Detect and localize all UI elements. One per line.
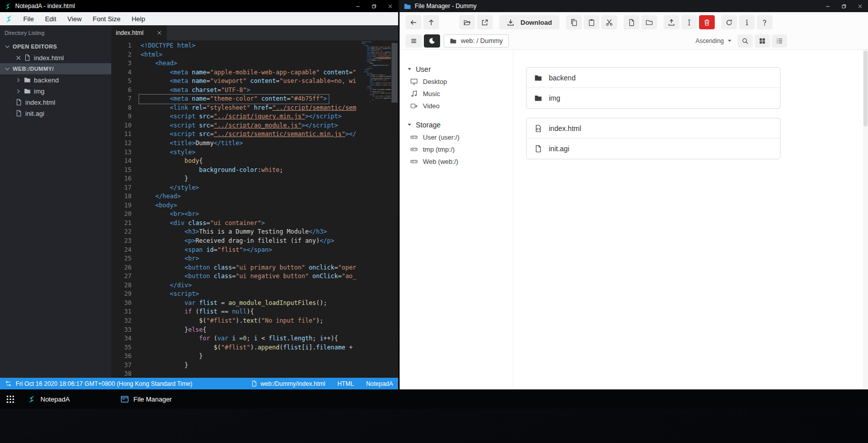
code-line[interactable]: 38 (111, 370, 360, 378)
sidebar-item-user-user[interactable]: User (user:/) (400, 131, 513, 143)
code-line[interactable]: 9 <script src="../script/jquery.min.js">… (111, 112, 360, 121)
paste-button[interactable] (584, 15, 599, 29)
scrollbar-thumb[interactable] (392, 43, 398, 103)
code-line[interactable]: 8 <link rel="stylesheet" href="../script… (111, 104, 360, 113)
code-line[interactable]: 21 <div class="ui container"> (111, 219, 360, 228)
minimize-button[interactable] (819, 0, 836, 12)
code-line[interactable]: 5 <meta name="viewport" content="user-sc… (111, 77, 360, 86)
upload-button[interactable] (664, 15, 679, 29)
tree-section-open-editors[interactable]: OPEN EDITORS (0, 41, 111, 52)
tree-item-index-html[interactable]: index.html (0, 97, 111, 108)
rename-button[interactable] (681, 15, 697, 29)
sort-dropdown[interactable]: Ascending (696, 37, 732, 45)
code-line[interactable]: 20 <br><br> (111, 210, 360, 219)
new-file-button[interactable] (624, 15, 639, 29)
code-line[interactable]: 7 <meta name="theme-color" content="#4b7… (111, 95, 360, 104)
new-folder-button[interactable] (641, 15, 657, 29)
menu-edit[interactable]: Edit (39, 12, 62, 25)
code-line[interactable]: 15 background-color:white; (111, 166, 360, 175)
app-launcher-button[interactable] (0, 389, 20, 409)
code-line[interactable]: 3 <head> (111, 59, 360, 68)
copy-button[interactable] (566, 15, 582, 29)
sidebar-item-desktop[interactable]: Desktop (400, 75, 513, 87)
tree-item-index-html[interactable]: index.html (0, 52, 111, 63)
code-line[interactable]: 16 } (111, 174, 360, 184)
code-line[interactable]: 6 <meta charset="UTF-8"> (111, 86, 360, 95)
filemanager-scrollbar[interactable] (863, 50, 868, 389)
theme-toggle-button[interactable] (424, 34, 440, 48)
code-line[interactable]: 26 <button class="ui primary button" onc… (111, 263, 360, 273)
code-line[interactable]: 34 for (var i =0; i < flist.length; i++)… (111, 334, 360, 343)
editor-scrollbar[interactable] (391, 40, 398, 378)
cut-button[interactable] (601, 15, 617, 29)
menu-file[interactable]: File (18, 12, 39, 25)
file-row-init-agi[interactable]: init.agi (527, 139, 780, 159)
code-line[interactable]: 31 if (flist == null){ (111, 307, 360, 317)
back-button[interactable] (406, 15, 421, 29)
code-line[interactable]: 23 <p>Received drag-in filelist (if any)… (111, 237, 360, 246)
tab-index-html[interactable]: index.html (111, 25, 167, 40)
menu-help[interactable]: Help (126, 12, 151, 25)
minimize-button[interactable] (350, 0, 366, 12)
code-line[interactable]: 33 }else{ (111, 326, 360, 335)
code-line[interactable]: 25 <br> (111, 254, 360, 263)
status-file-path[interactable]: web:/Dummy/index.html (251, 380, 325, 387)
up-button[interactable] (423, 15, 439, 29)
sidebar-item-video[interactable]: Video (400, 100, 513, 112)
minimap[interactable]: <!DOCTYPE html><html> <head> <meta name=… (360, 41, 391, 378)
sidebar-group-header-storage[interactable]: Storage (400, 118, 513, 131)
status-language[interactable]: HTML (337, 380, 354, 387)
code-line[interactable]: 18 </head> (111, 192, 360, 201)
restore-button[interactable] (366, 0, 382, 12)
tree-section-web-dummy[interactable]: WEB:/DUMMY/ (0, 63, 111, 74)
file-row-img[interactable]: img (527, 88, 780, 108)
code-line[interactable]: 2<html> (111, 51, 360, 60)
list-view-button[interactable] (772, 34, 787, 48)
code-line[interactable]: 10 <script src="../script/ao_module.js">… (111, 121, 360, 130)
tree-item-init-agi[interactable]: init.agi (0, 108, 111, 119)
breadcrumb[interactable]: web: / Dummy (444, 34, 509, 48)
file-row-index-html[interactable]: index.html (527, 118, 780, 139)
code-lines[interactable]: 1<!DOCTYPE html>2<html>3 <head>4 <meta n… (111, 41, 360, 378)
close-button[interactable] (382, 0, 398, 12)
tree-item-img[interactable]: img (0, 85, 111, 97)
refresh-button[interactable] (721, 15, 737, 29)
tab-close-icon[interactable] (156, 30, 162, 36)
code-editor[interactable]: 1<!DOCTYPE html>2<html>3 <head>4 <meta n… (111, 40, 398, 378)
code-line[interactable]: 35 $("#flist").append(flist[i].filename … (111, 343, 360, 352)
taskbar-item-file-manager[interactable]: File Manager (113, 389, 179, 409)
properties-button[interactable] (739, 15, 755, 29)
menu-button[interactable] (406, 34, 422, 48)
help-button[interactable] (757, 15, 772, 29)
close-button[interactable] (852, 0, 868, 12)
delete-button[interactable] (699, 15, 715, 29)
code-line[interactable]: 22 <h3>This is a Dummy Testing Module</h… (111, 228, 360, 237)
grid-view-button[interactable] (755, 34, 770, 48)
code-line[interactable]: 17 </style> (111, 184, 360, 193)
code-line[interactable]: 37 } (111, 361, 360, 370)
file-row-backend[interactable]: backend (527, 68, 780, 88)
open-button[interactable] (459, 15, 475, 29)
search-button[interactable] (737, 34, 753, 48)
scrollbar-thumb[interactable] (863, 51, 867, 126)
sidebar-item-web-web[interactable]: Web (web:/) (400, 155, 513, 167)
menu-font-size[interactable]: Font Size (87, 12, 126, 25)
code-line[interactable]: 24 <span id="flist"></span> (111, 246, 360, 255)
taskbar-item-notepada[interactable]: NotepadA (20, 389, 77, 409)
code-line[interactable]: 29 <script> (111, 290, 360, 299)
code-line[interactable]: 30 var flist = ao_module_loadInputFiles(… (111, 299, 360, 308)
code-line[interactable]: 13 <style> (111, 148, 360, 157)
open-in-new-window-button[interactable] (477, 15, 493, 29)
tree-item-backend[interactable]: backend (0, 74, 111, 85)
restore-button[interactable] (836, 0, 852, 12)
code-line[interactable]: 19 <body> (111, 201, 360, 210)
menu-view[interactable]: View (62, 12, 87, 25)
code-line[interactable]: 36 } (111, 352, 360, 361)
sidebar-group-header-user[interactable]: User (400, 63, 513, 75)
code-line[interactable]: 32 $("#flist").text("No input file"); (111, 317, 360, 326)
sidebar-item-tmp-tmp[interactable]: tmp (tmp:/) (400, 143, 513, 155)
code-line[interactable]: 4 <meta name="apple-mobile-web-app-capab… (111, 68, 360, 77)
code-line[interactable]: 14 body{ (111, 157, 360, 166)
download-button[interactable]: Download (499, 15, 559, 29)
code-line[interactable]: 27 <button class="ui negative button" on… (111, 272, 360, 281)
